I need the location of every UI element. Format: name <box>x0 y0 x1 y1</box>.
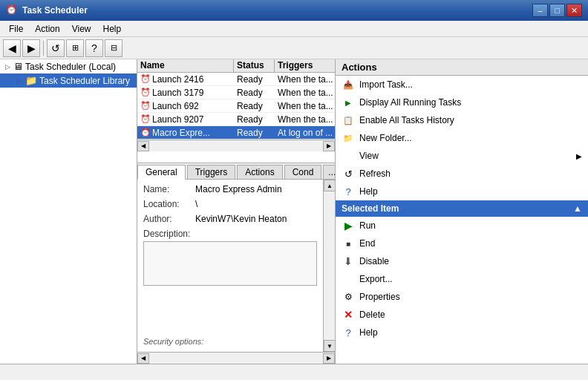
task-list-header: Name Status Triggers <box>137 59 335 73</box>
tree-library[interactable]: ▷ 📁 Task Scheduler Library <box>0 73 137 88</box>
help-toolbar-button[interactable]: ? <box>85 39 103 57</box>
detail-scroll-left[interactable]: ◀ <box>137 353 149 364</box>
detail-name-row: Name: Macro Express Admin <box>143 184 317 194</box>
action-delete[interactable]: ✕ Delete <box>336 306 588 324</box>
task-row[interactable]: ⏰Launch 692 Ready When the ta... <box>137 99 335 113</box>
help-bottom-icon: ? <box>342 326 355 339</box>
task-status-cell: Ready <box>234 87 275 99</box>
selected-item-label: Selected Item <box>342 203 399 214</box>
task-row[interactable]: ⏰Launch 9207 Ready When the ta... <box>137 113 335 126</box>
tree-library-expand[interactable]: ▷ <box>15 76 24 85</box>
menu-file[interactable]: File <box>3 22 29 36</box>
scroll-track-h <box>149 141 323 151</box>
detail-location-row: Location: \ <box>143 199 317 209</box>
action-display-running[interactable]: ▶ Display All Running Tasks <box>336 94 588 111</box>
action-end-label: End <box>359 238 582 249</box>
col-triggers[interactable]: Triggers <box>275 59 335 72</box>
action-import-task[interactable]: 📥 Import Task... <box>336 76 588 94</box>
refresh-button[interactable]: ↺ <box>47 39 65 57</box>
col-status[interactable]: Status <box>234 59 275 72</box>
detail-scroll-up[interactable]: ▲ <box>324 180 335 191</box>
enable-history-icon: 📋 <box>342 114 355 127</box>
main-container: ▷ 🖥 Task Scheduler (Local) ▷ 📁 Task Sche… <box>0 59 588 364</box>
display-running-icon: ▶ <box>342 96 355 109</box>
action-view[interactable]: View ▶ <box>336 147 588 165</box>
action-display-running-label: Display All Running Tasks <box>359 97 582 108</box>
detail-scroll-down[interactable]: ▼ <box>324 340 335 352</box>
task-clock-icon: ⏰ <box>140 88 151 97</box>
properties-icon: ⚙ <box>342 290 355 304</box>
task-name-cell: ⏰Launch 9207 <box>137 114 234 125</box>
task-row[interactable]: ⏰Launch 2416 Ready When the ta... <box>137 73 335 86</box>
action-import-task-label: Import Task... <box>359 79 582 90</box>
task-name-cell: ⏰Launch 2416 <box>137 73 234 85</box>
action-end[interactable]: ■ End <box>336 235 588 252</box>
action-view-label: View <box>359 151 576 161</box>
left-panel: ▷ 🖥 Task Scheduler (Local) ▷ 📁 Task Sche… <box>0 59 137 364</box>
help-top-icon: ? <box>342 185 355 198</box>
tree-root[interactable]: ▷ 🖥 Task Scheduler (Local) <box>0 59 137 73</box>
col-name[interactable]: Name <box>137 59 234 72</box>
action-enable-history-label: Enable All Tasks History <box>359 115 582 125</box>
task-status-cell: Ready <box>234 100 275 112</box>
menu-help[interactable]: Help <box>97 22 128 36</box>
action-export[interactable]: Export... <box>336 270 588 288</box>
back-button[interactable]: ◀ <box>3 39 21 57</box>
tab-more[interactable]: ... <box>323 165 335 179</box>
maximize-button[interactable]: □ <box>549 4 565 17</box>
action-enable-history[interactable]: 📋 Enable All Tasks History <box>336 111 588 129</box>
scroll-right-arrow[interactable]: ▶ <box>323 141 335 151</box>
minimize-button[interactable]: – <box>532 4 548 17</box>
tab-triggers[interactable]: Triggers <box>187 165 236 179</box>
detail-scroll-right[interactable]: ▶ <box>323 353 335 364</box>
show-hide-button[interactable]: ⊞ <box>66 39 84 57</box>
detail-scrollbar: ▲ ▼ <box>323 180 335 352</box>
task-row[interactable]: ⏰Launch 3179 Ready When the ta... <box>137 86 335 99</box>
action-new-folder-label: New Folder... <box>359 133 582 143</box>
action-new-folder[interactable]: 📁 New Folder... <box>336 129 588 147</box>
task-list: Name Status Triggers ⏰Launch 2416 Ready … <box>137 59 335 163</box>
scroll-left-arrow[interactable]: ◀ <box>137 141 149 151</box>
action-disable[interactable]: ⬇ Disable <box>336 252 588 270</box>
task-clock-icon: ⏰ <box>140 101 151 111</box>
action-run[interactable]: ▶ Run <box>336 217 588 235</box>
detail-location-value: \ <box>195 199 317 209</box>
close-button[interactable]: ✕ <box>566 4 582 17</box>
tree-library-label: Task Scheduler Library <box>39 76 130 86</box>
task-status-cell: Ready <box>234 114 275 125</box>
tree-root-expand[interactable]: ▷ <box>3 62 12 71</box>
task-trigger-cell: When the ta... <box>275 100 335 112</box>
window-controls: – □ ✕ <box>532 4 582 17</box>
action-properties[interactable]: ⚙ Properties <box>336 288 588 306</box>
detail-scroll-track-h <box>149 353 323 364</box>
window-title: Task Scheduler <box>22 5 532 16</box>
detail-security-label: Security options: <box>143 337 203 346</box>
actions-list: 📥 Import Task... ▶ Display All Running T… <box>336 76 588 364</box>
detail-description-label: Description: <box>143 229 195 239</box>
tab-conditions[interactable]: Cond <box>284 165 322 179</box>
forward-button[interactable]: ▶ <box>22 39 40 57</box>
extra-button[interactable]: ⊟ <box>105 39 122 57</box>
detail-with-scroll: Name: Macro Express Admin Location: \ Au… <box>137 180 335 352</box>
action-help-bottom-label: Help <box>359 327 582 338</box>
tab-general[interactable]: General <box>137 165 186 180</box>
menu-view[interactable]: View <box>66 22 97 36</box>
menu-action[interactable]: Action <box>29 22 65 36</box>
delete-icon: ✕ <box>342 308 355 321</box>
task-name-cell: ⏰Launch 3179 <box>137 87 234 99</box>
run-icon: ▶ <box>342 219 355 232</box>
detail-location-label: Location: <box>143 199 195 209</box>
action-help-bottom[interactable]: ? Help <box>336 324 588 341</box>
action-refresh[interactable]: ↺ Refresh <box>336 165 588 183</box>
tab-actions[interactable]: Actions <box>237 165 282 179</box>
task-name-cell: ⏰Launch 692 <box>137 100 234 112</box>
selected-item-section[interactable]: Selected Item ▲ <box>336 200 588 217</box>
task-trigger-cell: When the ta... <box>275 73 335 85</box>
action-help-top[interactable]: ? Help <box>336 183 588 200</box>
detail-description-textarea[interactable] <box>143 241 317 286</box>
task-row-selected[interactable]: ⏰Macro Expre... Ready At log on of ... <box>137 126 335 140</box>
detail-author-row: Author: KevinW7\Kevin Heaton <box>143 214 317 224</box>
detail-name-value: Macro Express Admin <box>195 184 317 194</box>
detail-description-row: Description: <box>143 229 317 286</box>
task-trigger-cell: When the ta... <box>275 87 335 99</box>
